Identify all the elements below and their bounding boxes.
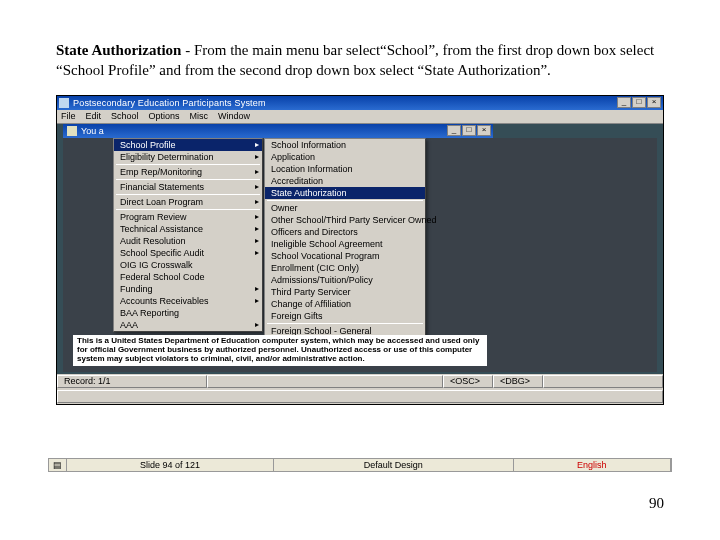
profile-submenu-item[interactable]: Application (265, 151, 425, 163)
outer-maximize-button[interactable]: □ (632, 97, 646, 108)
profile-submenu-item[interactable]: Owner (265, 202, 425, 214)
school-menu-separator (116, 194, 260, 195)
school-menu-separator (116, 179, 260, 180)
school-menu-item[interactable]: BAA Reporting (114, 307, 262, 319)
school-menu-item[interactable]: OIG IG Crosswalk (114, 259, 262, 271)
statusbar: Record: 1/1 <OSC> <DBG> (57, 374, 663, 404)
outer-titlebar: Postsecondary Education Participants Sys… (57, 96, 663, 110)
instruction-text: State Authorization - From the main menu… (56, 40, 664, 81)
profile-submenu-item[interactable]: School Information (265, 139, 425, 151)
profile-submenu-item[interactable]: Ineligible School Agreement (265, 238, 425, 250)
school-menu-item[interactable]: Technical Assistance (114, 223, 262, 235)
app-body: School ProfileEligibility DeterminationE… (63, 138, 657, 372)
outer-close-button[interactable]: × (647, 97, 661, 108)
school-menu-item[interactable]: Funding (114, 283, 262, 295)
school-menu-item[interactable]: School Specific Audit (114, 247, 262, 259)
profile-submenu-item[interactable]: Location Information (265, 163, 425, 175)
inner-maximize-button[interactable]: □ (462, 125, 476, 136)
profile-submenu-item[interactable]: Officers and Directors (265, 226, 425, 238)
profile-submenu-separator (267, 323, 423, 324)
school-menu-item[interactable]: Direct Loan Program (114, 196, 262, 208)
profile-submenu-item[interactable]: School Vocational Program (265, 250, 425, 262)
school-menu-item[interactable]: Federal School Code (114, 271, 262, 283)
profile-submenu-item[interactable]: Admissions/Tuition/Policy (265, 274, 425, 286)
school-menu-separator (116, 164, 260, 165)
profile-submenu-item[interactable]: Other School/Third Party Servicer Owned (265, 214, 425, 226)
school-menu-separator (116, 209, 260, 210)
profile-submenu-item[interactable]: Accreditation (265, 175, 425, 187)
outline-toggle-icon[interactable]: ▤ (49, 459, 67, 471)
school-menu-item[interactable]: Program Review (114, 211, 262, 223)
status-osc: <OSC> (443, 375, 493, 388)
profile-submenu-item[interactable]: State Authorization (265, 187, 425, 199)
school-menu-item[interactable]: Emp Rep/Monitoring (114, 166, 262, 178)
profile-submenu-separator (267, 200, 423, 201)
inner-window-title: You a (81, 126, 447, 136)
school-menu-item[interactable]: AAA (114, 319, 262, 331)
school-dropdown-menu: School ProfileEligibility DeterminationE… (113, 138, 263, 332)
status-record: Record: 1/1 (57, 375, 207, 388)
menubar: File Edit School Options Misc Window (57, 110, 663, 124)
menu-options[interactable]: Options (149, 111, 180, 121)
school-menu-item[interactable]: School Profile (114, 139, 262, 151)
menu-school[interactable]: School (111, 111, 139, 121)
inner-minimize-button[interactable]: _ (447, 125, 461, 136)
slide-design: Default Design (274, 459, 514, 471)
disclaimer-text: This is a United States Department of Ed… (73, 335, 487, 365)
slide-counter: Slide 94 of 121 (67, 459, 274, 471)
slide-status-bar: ▤ Slide 94 of 121 Default Design English (48, 458, 672, 472)
inner-window-icon (67, 126, 77, 136)
menu-misc[interactable]: Misc (190, 111, 209, 121)
status-dbg: <DBG> (493, 375, 543, 388)
profile-submenu-item[interactable]: Third Party Servicer (265, 286, 425, 298)
inner-titlebar: You a _ □ × (63, 124, 493, 138)
school-menu-item[interactable]: Eligibility Determination (114, 151, 262, 163)
app-icon (59, 98, 69, 108)
menu-edit[interactable]: Edit (86, 111, 102, 121)
school-profile-submenu: School InformationApplicationLocation In… (264, 138, 426, 350)
menu-window[interactable]: Window (218, 111, 250, 121)
menu-file[interactable]: File (61, 111, 76, 121)
school-menu-item[interactable]: Accounts Receivables (114, 295, 262, 307)
inner-close-button[interactable]: × (477, 125, 491, 136)
instruction-heading: State Authorization (56, 42, 181, 58)
school-menu-item[interactable]: Financial Statements (114, 181, 262, 193)
app-screenshot: Postsecondary Education Participants Sys… (56, 95, 664, 405)
school-menu-item[interactable]: Audit Resolution (114, 235, 262, 247)
outer-window-title: Postsecondary Education Participants Sys… (73, 98, 617, 108)
profile-submenu-item[interactable]: Change of Affiliation (265, 298, 425, 310)
profile-submenu-item[interactable]: Enrollment (CIC Only) (265, 262, 425, 274)
profile-submenu-item[interactable]: Foreign Gifts (265, 310, 425, 322)
page-number: 90 (649, 495, 664, 512)
slide-language: English (514, 459, 671, 471)
outer-minimize-button[interactable]: _ (617, 97, 631, 108)
